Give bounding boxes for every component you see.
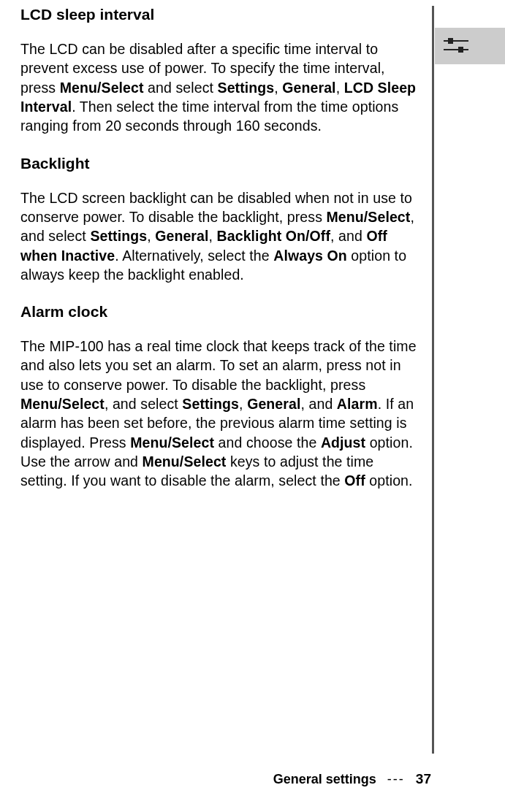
text: , <box>209 228 217 244</box>
bold-text: Settings <box>182 396 239 412</box>
text: , <box>239 396 247 412</box>
text: , and <box>330 228 366 244</box>
bold-text: Off <box>344 472 365 489</box>
heading-lcd-sleep: LCD sleep interval <box>20 6 424 23</box>
margin-rule <box>432 6 434 754</box>
text: and choose the <box>214 434 321 451</box>
sliders-icon <box>444 37 468 55</box>
bold-text: Menu/Select <box>60 80 144 96</box>
paragraph-backlight: The LCD screen backlight can be disabled… <box>20 188 424 285</box>
text: . Alternatively, select the <box>115 248 273 264</box>
page-content: LCD sleep interval The LCD can be disabl… <box>20 6 424 510</box>
footer-section-name: General settings <box>273 772 376 786</box>
bold-text: Adjust <box>321 434 365 451</box>
footer-separator: --- <box>387 772 405 786</box>
text: . Then select the time interval from the… <box>20 99 398 134</box>
text: , and select <box>105 396 182 412</box>
text: , <box>147 228 155 244</box>
paragraph-alarm-clock: The MIP-100 has a real time clock that k… <box>20 337 424 491</box>
bold-text: Menu/Select <box>130 434 214 451</box>
bold-text: General <box>247 396 300 412</box>
bold-text: Menu/Select <box>143 453 227 470</box>
bold-text: Menu/Select <box>327 209 411 225</box>
text: The MIP-100 has a real time clock that k… <box>20 338 417 393</box>
heading-alarm-clock: Alarm clock <box>20 303 424 321</box>
paragraph-lcd-sleep: The LCD can be disabled after a specific… <box>20 39 424 136</box>
section-tab <box>435 28 505 64</box>
text: , <box>336 80 344 96</box>
bold-text: Settings <box>218 80 275 96</box>
text: and select <box>144 80 218 96</box>
heading-backlight: Backlight <box>20 155 424 172</box>
svg-rect-1 <box>448 38 453 44</box>
bold-text: Backlight On/Off <box>217 228 330 244</box>
bold-text: General <box>282 80 335 96</box>
text: option. <box>365 472 413 489</box>
bold-text: General <box>155 228 208 244</box>
bold-text: Settings <box>90 228 147 244</box>
document-page: LCD sleep interval The LCD can be disabl… <box>0 0 505 812</box>
bold-text: Menu/Select <box>20 396 105 412</box>
text: , <box>274 80 282 96</box>
text: , and <box>300 396 336 412</box>
svg-rect-3 <box>458 47 463 53</box>
bold-text: Alarm <box>337 396 378 412</box>
bold-text: Always On <box>273 248 347 264</box>
page-footer: General settings --- 37 <box>20 771 431 787</box>
footer-page-number: 37 <box>416 771 431 786</box>
